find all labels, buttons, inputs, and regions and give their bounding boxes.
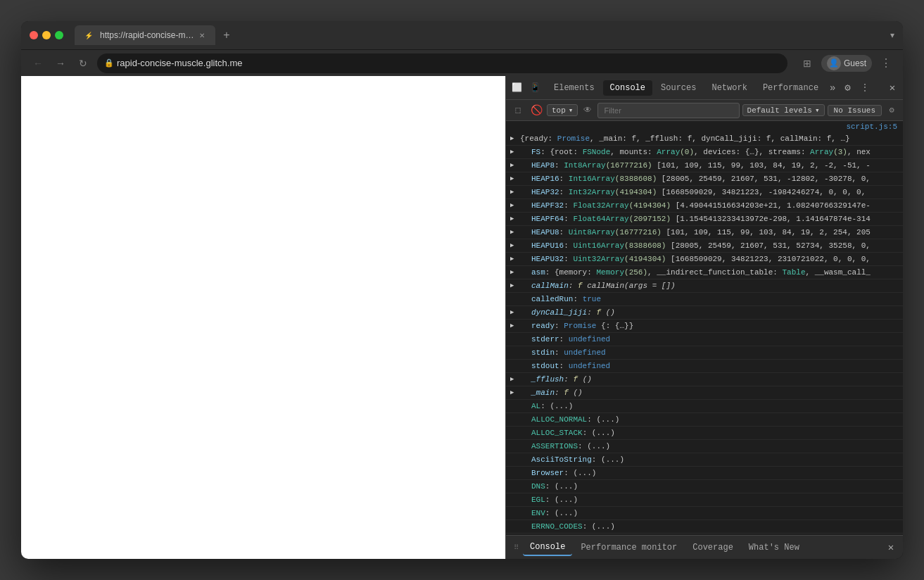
profile-area[interactable]: 👤 Guest <box>821 55 872 72</box>
console-line-text: stdout: undefined <box>531 362 610 370</box>
console-line[interactable]: ▶{ready: Promise, _main: f, _fflush: f, … <box>506 132 903 146</box>
console-line[interactable]: calledRun: true <box>506 293 903 306</box>
console-line[interactable]: EGL: (...) <box>506 493 903 507</box>
console-line[interactable]: ▶HEAP8: Int8Array(16777216) [101, 109, 1… <box>506 159 903 172</box>
devtools-more-options-icon[interactable]: ⋮ <box>857 80 873 96</box>
console-clear-icon[interactable]: 🚫 <box>529 103 544 118</box>
console-line[interactable]: ALLOC_STACK: (...) <box>506 427 903 440</box>
devtools-settings-icon[interactable]: ⚙ <box>840 80 856 96</box>
tab-network[interactable]: Network <box>704 80 754 96</box>
console-line-text: AL: (...) <box>531 402 573 410</box>
avatar: 👤 <box>827 56 841 70</box>
console-line[interactable]: ▶_main: f () <box>506 386 903 400</box>
console-line[interactable]: ▶HEAP16: Int16Array(8388608) [28005, 254… <box>506 172 903 186</box>
expand-arrow-icon: ▶ <box>510 200 514 211</box>
console-line[interactable]: Browser: (...) <box>506 467 903 480</box>
console-line[interactable]: ▶ready: Promise {: {…}} <box>506 320 903 333</box>
tab-performance[interactable]: Performance <box>756 80 825 96</box>
expand-arrow-icon: ▶ <box>510 240 514 251</box>
drawer-tab-whats-new[interactable]: What's New <box>742 540 806 555</box>
console-line[interactable]: stdin: undefined <box>506 346 903 360</box>
tab-elements[interactable]: Elements <box>547 80 602 96</box>
drawer-drag-handle-icon[interactable]: ⠿ <box>510 536 521 560</box>
filter-input[interactable] <box>597 103 739 118</box>
url-text: rapid-concise-muscle.glitch.me <box>117 58 242 68</box>
drawer-close-icon[interactable]: ✕ <box>883 540 899 555</box>
console-line[interactable]: ▶asm: {memory: Memory(256), __indirect_f… <box>506 266 903 279</box>
tab-sources[interactable]: Sources <box>654 80 703 96</box>
eye-icon[interactable]: 👁 <box>581 103 595 118</box>
console-line[interactable]: AsciiToString: (...) <box>506 453 903 467</box>
console-line-text: Browser: (...) <box>531 469 596 477</box>
devtools-drawer: ⠿ Console Performance monitor Coverage W… <box>506 535 903 559</box>
devtools-left-icons: ⬜ 📱 <box>509 80 543 96</box>
active-tab[interactable]: ⚡ https://rapid-concise-muscle.g... ✕ <box>75 25 215 45</box>
issues-badge[interactable]: No Issues <box>828 105 882 116</box>
reload-button[interactable]: ↻ <box>75 55 91 72</box>
console-line[interactable]: ▶HEAPU16: Uint16Array(8388608) [28005, 2… <box>506 239 903 253</box>
console-line[interactable]: ▶HEAPF32: Float32Array(4194304) [4.49044… <box>506 199 903 213</box>
console-settings-icon[interactable]: ⚙ <box>885 103 899 118</box>
expand-arrow-icon: ▶ <box>510 133 514 144</box>
console-line[interactable]: ERRNO_MESSAGES: (...) <box>506 534 903 535</box>
console-line[interactable]: AL: (...) <box>506 400 903 413</box>
console-line[interactable]: ▶HEAPF64: Float64Array(2097152) [1.15454… <box>506 213 903 226</box>
tab-close-icon[interactable]: ✕ <box>197 30 207 40</box>
console-line[interactable]: ALLOC_NORMAL: (...) <box>506 413 903 427</box>
forward-button[interactable]: → <box>52 55 69 72</box>
drawer-tab-coverage[interactable]: Coverage <box>685 540 740 555</box>
devtools-close-icon[interactable]: ✕ <box>885 80 900 96</box>
console-line-text: HEAPU32: Uint32Array(4194304) [166850902… <box>531 255 871 263</box>
console-line[interactable]: ▶HEAPU32: Uint32Array(4194304) [16685090… <box>506 253 903 266</box>
console-line[interactable]: ASSERTIONS: (...) <box>506 440 903 453</box>
console-inspect-icon[interactable]: ⬚ <box>510 103 526 118</box>
lock-icon: 🔒 <box>104 58 114 68</box>
address-bar: ← → ↻ 🔒 rapid-concise-muscle.glitch.me ⊞… <box>21 49 903 76</box>
console-line[interactable]: ▶HEAPU8: Uint8Array(16777216) [101, 109,… <box>506 226 903 239</box>
console-line-text: calledRun: true <box>531 295 601 303</box>
expand-arrow-icon: ▶ <box>510 280 514 291</box>
console-line[interactable]: DNS: (...) <box>506 480 903 493</box>
console-toolbar: ⬚ 🚫 top ▾ 👁 Default levels ▾ No Issues ⚙ <box>506 100 903 121</box>
address-input[interactable]: rapid-concise-muscle.glitch.me <box>97 53 787 73</box>
console-line[interactable]: ▶dynCall_jiji: f () <box>506 306 903 320</box>
console-line-text: asm: {memory: Memory(256), __indirect_fu… <box>531 268 871 277</box>
console-line[interactable]: ERRNO_CODES: (...) <box>506 520 903 534</box>
expand-arrow-icon: ▶ <box>510 374 514 385</box>
device-toolbar-icon[interactable]: 📱 <box>527 80 543 96</box>
expand-arrow-icon: ▶ <box>510 253 514 265</box>
inspect-element-icon[interactable]: ⬜ <box>509 80 524 96</box>
tab-console[interactable]: Console <box>603 80 652 96</box>
console-line[interactable]: stderr: undefined <box>506 333 903 346</box>
traffic-lights <box>30 31 63 39</box>
context-label: top <box>552 106 566 115</box>
console-line[interactable]: stdout: undefined <box>506 360 903 373</box>
back-button[interactable]: ← <box>30 55 46 72</box>
expand-arrow-icon: ▶ <box>510 387 514 398</box>
address-wrapper: 🔒 rapid-concise-muscle.glitch.me <box>97 53 787 73</box>
console-line-text: HEAPF64: Float64Array(2097152) [1.154541… <box>531 215 871 223</box>
devtools-panel: ⬜ 📱 Elements Console Sources Network Per… <box>505 76 903 559</box>
console-line[interactable]: ▶_fflush: f () <box>506 373 903 386</box>
expand-arrow-icon: ▶ <box>510 320 514 332</box>
console-line[interactable]: ▶HEAP32: Int32Array(4194304) [1668509029… <box>506 186 903 199</box>
console-line[interactable]: ▶callMain: f callMain(args = []) <box>506 279 903 293</box>
console-line-text: ENV: (...) <box>531 509 578 517</box>
bookmarks-icon[interactable]: ⊞ <box>799 55 816 72</box>
maximize-button[interactable] <box>55 31 63 39</box>
console-output[interactable]: script.js:5 ▶{ready: Promise, _main: f, … <box>506 121 903 535</box>
more-tabs-icon[interactable]: » <box>827 82 838 94</box>
new-tab-button[interactable]: + <box>218 27 235 44</box>
page-content <box>21 76 505 559</box>
drawer-tab-console[interactable]: Console <box>523 539 572 556</box>
browser-menu-button[interactable]: ⋮ <box>878 55 894 72</box>
context-selector[interactable]: top ▾ <box>547 104 578 116</box>
console-line[interactable]: ENV: (...) <box>506 507 903 520</box>
minimize-button[interactable] <box>42 31 51 39</box>
tab-strip-chevron-icon[interactable]: ▾ <box>890 30 894 40</box>
drawer-tab-performance-monitor[interactable]: Performance monitor <box>574 540 684 555</box>
close-button[interactable] <box>30 31 38 39</box>
script-ref[interactable]: script.js:5 <box>506 121 903 132</box>
levels-selector[interactable]: Default levels ▾ <box>742 104 825 116</box>
console-line[interactable]: ▶FS: {root: FSNode, mounts: Array(0), de… <box>506 146 903 159</box>
